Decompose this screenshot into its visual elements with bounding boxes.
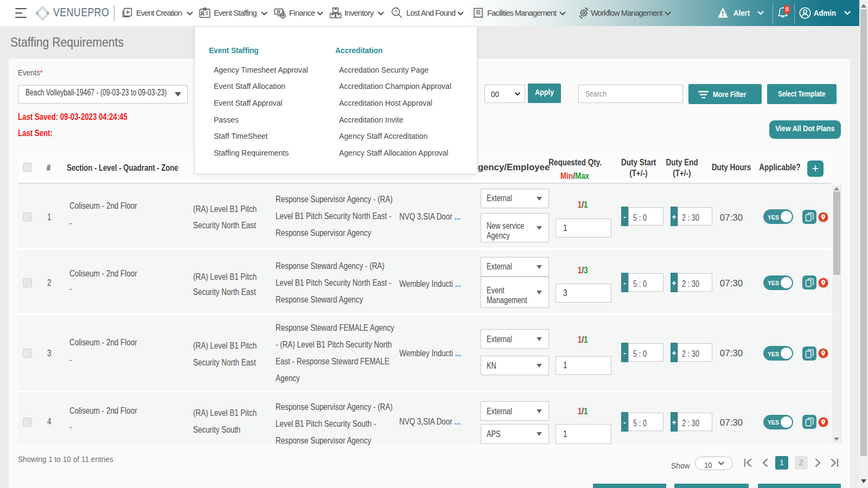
- svg-text:?: ?: [394, 9, 397, 15]
